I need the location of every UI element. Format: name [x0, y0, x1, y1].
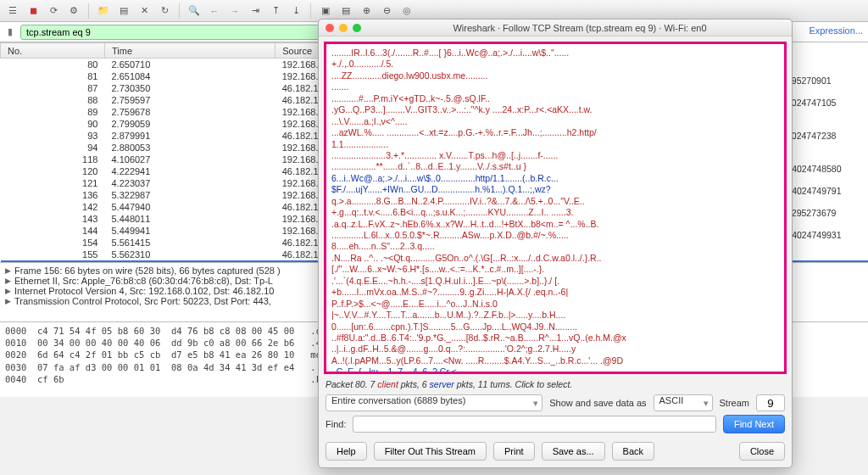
- zoom-out-icon[interactable]: ⊖: [379, 3, 394, 19]
- follow-tcp-stream-dialog: Wireshark · Follow TCP Stream (tcp.strea…: [318, 19, 793, 468]
- search-icon[interactable]: 🔍: [186, 3, 202, 19]
- col-time[interactable]: Time: [104, 43, 275, 59]
- find-next-button[interactable]: Find Next: [723, 415, 785, 433]
- expression-link[interactable]: Expression...: [809, 25, 863, 36]
- back-icon[interactable]: ←: [207, 3, 222, 19]
- back-button[interactable]: Back: [612, 442, 654, 461]
- detail-row[interactable]: Transmission Control Protocol, Src Port:…: [14, 296, 271, 306]
- detail-row[interactable]: Ethernet II, Src: Apple_76:b8:c8 (60:30:…: [14, 276, 273, 286]
- filter-out-button[interactable]: Filter Out This Stream: [374, 442, 487, 461]
- gear-icon[interactable]: ⚙: [66, 3, 81, 19]
- goto-first-icon[interactable]: ⤒: [268, 3, 283, 19]
- conversation-select[interactable]: Entire conversation (6889 bytes)▾: [326, 394, 542, 411]
- columns-icon[interactable]: ▤: [338, 3, 353, 19]
- stream-content[interactable]: ........IR..I.6...3(./.......R..#....[ }…: [324, 42, 787, 374]
- detail-row[interactable]: Internet Protocol Version 4, Src: 192.16…: [14, 286, 274, 296]
- stream-number-input[interactable]: [756, 394, 785, 411]
- autoscroll-icon[interactable]: ▣: [318, 3, 333, 19]
- jump-icon[interactable]: ⇥: [248, 3, 263, 19]
- extra-info-col: 29527090140247471054024747238=4024748580…: [783, 42, 868, 241]
- folder-icon[interactable]: 📁: [96, 3, 111, 19]
- print-button[interactable]: Print: [493, 442, 535, 461]
- encoding-select[interactable]: ASCII▾: [654, 394, 713, 411]
- restart-icon[interactable]: ⟳: [46, 3, 61, 19]
- save-as-button[interactable]: Save as...: [542, 442, 605, 461]
- help-button[interactable]: Help: [326, 442, 367, 461]
- zoom-reset-icon[interactable]: ◎: [399, 3, 415, 19]
- refresh-icon[interactable]: ↻: [157, 3, 172, 19]
- display-filter-input[interactable]: [20, 25, 326, 40]
- close-tab-icon[interactable]: ✕: [136, 3, 152, 19]
- minimize-icon[interactable]: [339, 24, 348, 32]
- bookmark-icon[interactable]: ▮: [3, 25, 17, 39]
- zoom-in-icon[interactable]: ⊕: [359, 3, 374, 19]
- find-label: Find:: [326, 419, 346, 429]
- save-icon[interactable]: ▤: [116, 3, 131, 19]
- dialog-titlebar: Wireshark · Follow TCP Stream (tcp.strea…: [319, 20, 792, 36]
- menu-icon[interactable]: ☰: [5, 3, 20, 19]
- close-icon[interactable]: [326, 24, 334, 32]
- dialog-title: Wireshark · Follow TCP Stream (tcp.strea…: [368, 23, 792, 33]
- goto-end-icon[interactable]: ⤓: [288, 3, 303, 19]
- encoding-label: Show and save data as: [549, 398, 646, 408]
- find-input[interactable]: [353, 416, 715, 433]
- detail-row[interactable]: Frame 156: 66 bytes on wire (528 bits), …: [14, 265, 281, 276]
- col-no[interactable]: No.: [1, 43, 105, 59]
- stream-summary: Packet 80. 7 client pkts, 6 server pkts,…: [326, 379, 785, 389]
- forward-icon[interactable]: →: [227, 3, 242, 19]
- chevron-down-icon: ▾: [533, 398, 538, 409]
- zoom-icon[interactable]: [353, 24, 361, 32]
- record-icon[interactable]: ◼: [25, 3, 41, 19]
- chevron-down-icon: ▾: [704, 398, 709, 409]
- close-button[interactable]: Close: [739, 442, 785, 461]
- stream-label: Stream: [720, 398, 749, 408]
